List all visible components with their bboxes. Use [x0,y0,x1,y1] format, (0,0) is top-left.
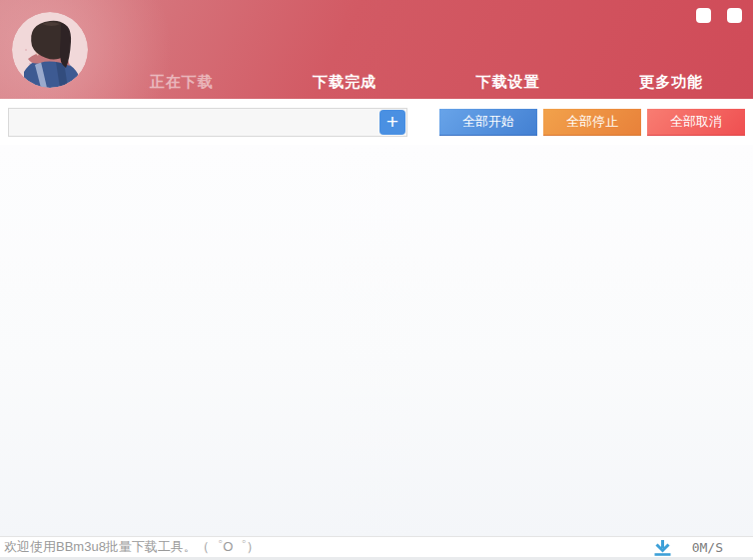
window-controls [696,8,742,23]
start-all-button[interactable]: 全部开始 [439,109,537,136]
minimize-button[interactable] [696,8,711,23]
avatar[interactable] [12,12,88,88]
tab-completed[interactable]: 下载完成 [264,70,427,95]
download-icon[interactable] [652,539,673,556]
url-input-wrap: + [8,108,407,137]
plus-icon: + [386,111,398,132]
speed-indicator: 0M/S [652,537,723,557]
tab-settings[interactable]: 下载设置 [426,70,590,95]
status-bar: 欢迎使用BBm3u8批量下载工具。（゜O゜） 0M/S [0,536,753,557]
tab-more-features[interactable]: 更多功能 [590,70,753,95]
avatar-girl-image [12,12,88,88]
cancel-all-button[interactable]: 全部取消 [647,109,745,136]
app-header: 正在下载 下载完成 下载设置 更多功能 [0,0,753,99]
action-buttons: 全部开始 全部停止 全部取消 [439,109,745,136]
tab-downloading[interactable]: 正在下载 [100,70,264,95]
download-list-area [0,145,753,536]
status-message: 欢迎使用BBm3u8批量下载工具。（゜O゜） [4,538,260,556]
nav-tabs: 正在下载 下载完成 下载设置 更多功能 [100,70,753,95]
app-window: 正在下载 下载完成 下载设置 更多功能 + 全部开始 全部停止 全部取消 欢迎使… [0,0,753,560]
toolbar: + 全部开始 全部停止 全部取消 [0,99,753,145]
close-button[interactable] [727,8,742,23]
url-input[interactable] [9,109,406,136]
add-task-button[interactable]: + [379,110,405,135]
download-speed-value: 0M/S [692,540,723,555]
stop-all-button[interactable]: 全部停止 [543,109,641,136]
